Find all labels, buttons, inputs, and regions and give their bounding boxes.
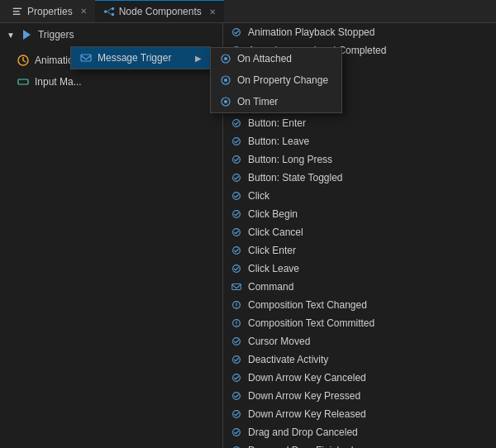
list-item-6[interactable]: Button: Leave: [223, 132, 496, 150]
svg-rect-10: [18, 79, 28, 84]
list-label-5: Button: Enter: [248, 117, 306, 129]
list-item-5[interactable]: Button: Enter: [223, 114, 496, 132]
node-icon: [103, 6, 115, 17]
list-item-22[interactable]: Drag and Drop Canceled: [223, 423, 496, 441]
svg-point-28: [233, 193, 241, 200]
svg-point-5: [111, 13, 114, 17]
svg-point-40: [233, 338, 241, 346]
list-item-7[interactable]: Button: Long Press: [223, 150, 496, 169]
svg-point-29: [233, 211, 241, 218]
list-item-21[interactable]: Down Arrow Key Released: [223, 405, 496, 423]
list-item-23[interactable]: Drag and Drop Finished: [223, 441, 496, 448]
close-node-icon[interactable]: ✕: [209, 7, 216, 17]
svg-marker-8: [23, 30, 31, 40]
list-item-10[interactable]: Click Begin: [223, 205, 496, 223]
on-timer-icon: [219, 95, 232, 108]
list-item-19[interactable]: Down Arrow Key Canceled: [223, 369, 496, 387]
msg-icon-13: [230, 262, 243, 275]
svg-rect-0: [13, 7, 22, 8]
list-label-19: Down Arrow Key Canceled: [248, 372, 366, 384]
list-label-6: Button: Leave: [248, 136, 309, 147]
on-property-change-label: On Property Change: [237, 74, 328, 86]
submenu-container: Message Trigger ▶ On Attached: [70, 46, 211, 69]
tab-properties-label: Properties: [27, 6, 73, 17]
svg-point-16: [224, 79, 227, 82]
animation-icon: [17, 54, 30, 67]
input-icon: [17, 75, 30, 88]
triggers-icon: [20, 28, 33, 41]
on-attached-item[interactable]: On Attached: [211, 48, 341, 69]
tab-properties[interactable]: Properties ✕: [3, 0, 95, 22]
msg-icon-17: [230, 335, 243, 348]
on-attached-icon: [219, 52, 232, 65]
msg-icon-21: [230, 407, 243, 421]
list-item-20[interactable]: Down Arrow Key Pressed: [223, 387, 496, 405]
list-item-17[interactable]: Cursor Moved: [223, 332, 496, 350]
arrow-right-icon: ▶: [195, 54, 202, 63]
list-item-18[interactable]: Deactivate Activity: [223, 350, 496, 369]
triggers-section-header[interactable]: ▼ Triggers: [0, 23, 222, 46]
list-label-11: Click Cancel: [248, 226, 303, 238]
svg-point-14: [224, 57, 227, 60]
input-item[interactable]: Input Ma...: [0, 71, 222, 93]
svg-point-32: [233, 265, 241, 273]
list-label-10: Click Begin: [248, 208, 298, 220]
svg-point-4: [111, 7, 114, 11]
list-item-9[interactable]: Click: [223, 187, 496, 205]
main-content: ▼ Triggers Animation Input Ma...: [0, 23, 496, 448]
list-label-12: Click Enter: [248, 245, 296, 256]
list-label-13: Click Leave: [248, 263, 299, 274]
tab-node-label: Node Components: [119, 6, 202, 17]
svg-point-41: [233, 356, 241, 364]
svg-rect-1: [13, 11, 20, 12]
svg-rect-33: [232, 284, 241, 290]
on-timer-item[interactable]: On Timer: [211, 91, 341, 112]
list-item-16[interactable]: Composition Text Committed: [223, 314, 496, 332]
svg-point-3: [104, 10, 107, 13]
list-item-8[interactable]: Button: State Toggled: [223, 169, 496, 187]
message-trigger-label: Message Trigger: [98, 52, 171, 64]
on-property-change-item[interactable]: On Property Change: [211, 69, 341, 91]
svg-point-19: [233, 29, 241, 36]
tab-bar: Properties ✕ Node Components ✕: [0, 0, 496, 23]
list-item-15[interactable]: Composition Text Changed: [223, 296, 496, 314]
msg-icon-16: [230, 317, 243, 330]
svg-point-42: [233, 374, 241, 382]
svg-point-45: [233, 429, 241, 436]
list-label-18: Deactivate Activity: [248, 354, 328, 365]
svg-line-7: [107, 12, 111, 15]
message-trigger-icon: [79, 51, 93, 64]
close-properties-icon[interactable]: ✕: [80, 7, 87, 16]
msg-icon-10: [230, 207, 243, 221]
msg-icon-12: [230, 244, 243, 257]
msg-icon-15: [230, 298, 243, 312]
msg-icon-18: [230, 353, 243, 366]
message-trigger-item[interactable]: Message Trigger ▶ On Attached: [71, 47, 210, 69]
list-label-14: Command: [248, 281, 293, 293]
msg-icon-11: [230, 226, 243, 239]
msg-icon-19: [230, 371, 243, 384]
triggers-label: Triggers: [38, 29, 74, 41]
sub-submenu: On Attached On Property Change: [210, 47, 342, 113]
tab-node-components[interactable]: Node Components ✕: [95, 0, 224, 22]
on-timer-label: On Timer: [237, 96, 278, 107]
list-item-14[interactable]: Command: [223, 278, 496, 296]
list-item-13[interactable]: Click Leave: [223, 260, 496, 278]
on-attached-label: On Attached: [237, 53, 292, 64]
list-label-21: Down Arrow Key Released: [248, 408, 366, 420]
svg-point-43: [233, 393, 241, 400]
properties-icon: [12, 6, 23, 17]
svg-point-26: [233, 156, 241, 164]
list-item-0[interactable]: Animation Playback Stopped: [223, 23, 496, 41]
msg-icon-7: [230, 153, 243, 166]
left-panel: ▼ Triggers Animation Input Ma...: [0, 23, 223, 448]
list-item-11[interactable]: Click Cancel: [223, 223, 496, 241]
list-label-20: Down Arrow Key Pressed: [248, 390, 360, 402]
list-label-17: Cursor Moved: [248, 336, 310, 347]
msg-icon-6: [230, 135, 243, 148]
list-item-12[interactable]: Click Enter: [223, 241, 496, 260]
list-label-15: Composition Text Changed: [248, 299, 367, 311]
list-label-16: Composition Text Committed: [248, 317, 374, 329]
svg-point-25: [233, 138, 241, 145]
msg-icon-20: [230, 389, 243, 403]
